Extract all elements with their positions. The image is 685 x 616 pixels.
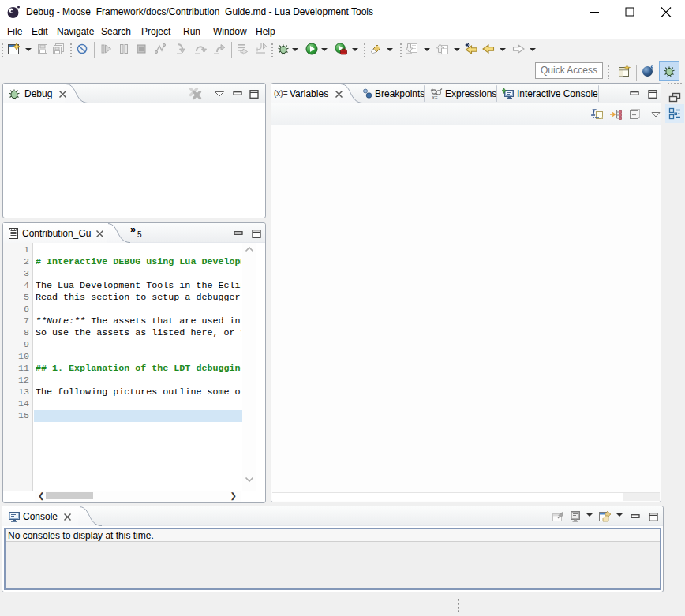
- svg-text:x=: x=: [432, 95, 438, 100]
